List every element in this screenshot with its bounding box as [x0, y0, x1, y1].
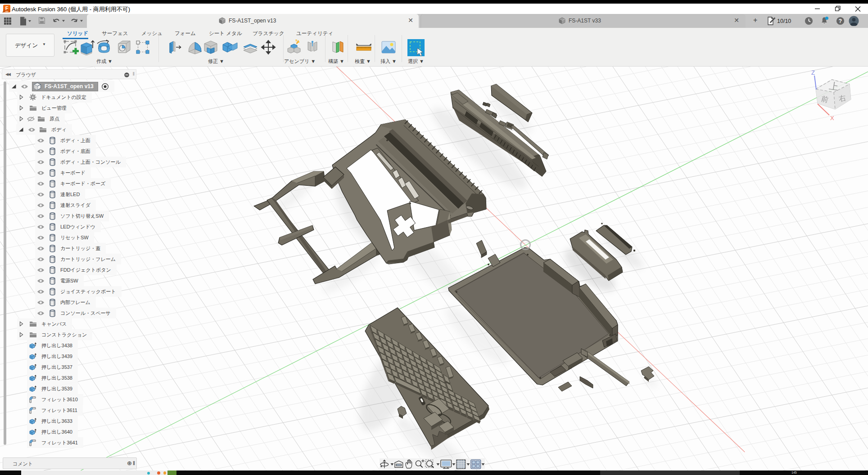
svg-text:Z: Z	[811, 69, 815, 76]
svg-text:360: 360	[5, 10, 9, 13]
svg-text:上: 上	[828, 81, 839, 92]
svg-text:X: X	[830, 115, 834, 121]
svg-text:?: ?	[839, 18, 842, 24]
